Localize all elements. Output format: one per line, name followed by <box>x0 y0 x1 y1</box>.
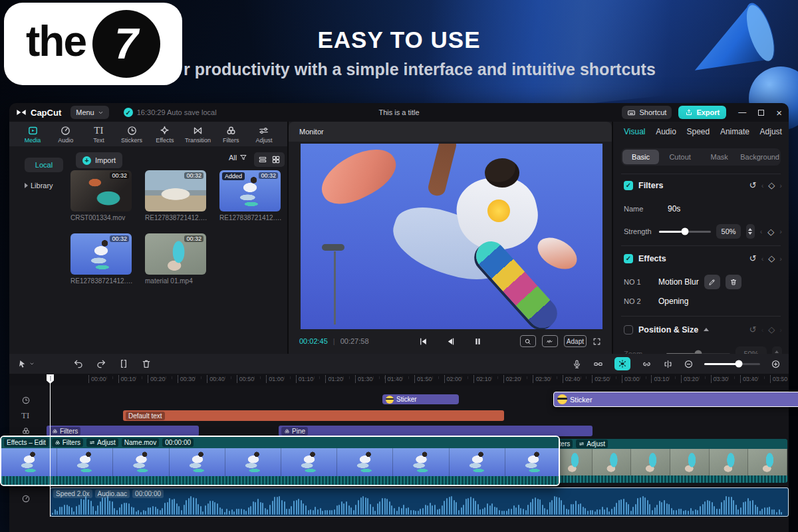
zoom-slider-knob[interactable] <box>735 360 743 368</box>
titlebar: This is a title CapCut Menu ✓ 16:30:29 A… <box>9 103 789 122</box>
linking-button[interactable] <box>641 359 652 369</box>
filters-checkbox[interactable]: ✓ <box>624 181 633 190</box>
keyframe-icon[interactable]: ◇ <box>768 325 775 334</box>
subtab-background[interactable]: Background <box>740 150 779 164</box>
position-size-checkbox[interactable] <box>624 325 633 334</box>
video-clip-2-frames <box>553 449 787 475</box>
redo-button[interactable] <box>96 358 106 369</box>
subtab-basic[interactable]: Basic <box>622 150 659 164</box>
video-clip-2-header: Filters Adjust <box>553 439 787 449</box>
sticker-clip-1[interactable]: Sticker <box>382 394 459 404</box>
tab-text[interactable]: TI Text <box>83 125 114 144</box>
zoom-stepper[interactable] <box>772 346 782 354</box>
import-button[interactable]: + Import <box>76 152 122 168</box>
filter-all-button[interactable]: All <box>229 154 247 162</box>
tab-stickers[interactable]: Stickers <box>116 125 147 144</box>
collapse-caret-icon[interactable] <box>704 328 709 331</box>
sticker-clip-2[interactable]: Sticker <box>553 392 798 407</box>
capcut-window: This is a title CapCut Menu ✓ 16:30:29 A… <box>9 103 789 532</box>
reset-icon[interactable]: ↺ <box>749 180 757 190</box>
strength-value[interactable]: 50% <box>716 224 741 239</box>
keyframe-icon[interactable]: ◇ <box>767 227 774 237</box>
tab-visual[interactable]: Visual <box>624 127 645 136</box>
media-item-thumbnail[interactable]: Added 00:32 <box>219 170 281 211</box>
tab-audio[interactable]: Audio <box>51 125 81 144</box>
timeline-zoom-out-button[interactable] <box>684 359 694 369</box>
delete-button[interactable] <box>141 358 152 369</box>
video-clip-2[interactable]: Filters Adjust <box>553 439 787 483</box>
skater-shirt-graphic <box>487 200 510 222</box>
timeline-zoom-slider[interactable] <box>704 363 760 365</box>
keyframe-next-icon[interactable]: › <box>779 255 782 263</box>
preview-zoom-button[interactable] <box>520 335 536 347</box>
main-area: Media Audio TI Text Stickers <box>9 122 789 354</box>
tab-media[interactable]: Media <box>17 125 48 144</box>
record-voiceover-button[interactable] <box>572 359 582 369</box>
media-item-thumbnail[interactable]: 00:32 <box>70 233 132 275</box>
preview-axis-button[interactable] <box>663 359 673 369</box>
tab-adjust[interactable]: Adjust <box>249 125 279 144</box>
keyframe-prev-icon[interactable]: ‹ <box>761 182 764 190</box>
filter-clip-1[interactable]: Filters <box>47 426 199 436</box>
filter-name-value[interactable]: 90s <box>668 204 680 213</box>
list-view-icon[interactable] <box>258 155 267 164</box>
minimize-button[interactable]: — <box>738 108 746 117</box>
timeline-zoom-in-button[interactable] <box>771 359 781 369</box>
strength-stepper[interactable] <box>746 224 754 239</box>
media-item-thumbnail[interactable]: 00:32 <box>145 170 206 211</box>
keyframe-prev-icon[interactable]: ‹ <box>761 255 764 263</box>
tab-speed[interactable]: Speed <box>687 127 710 136</box>
select-tool-button[interactable] <box>17 359 35 369</box>
maximize-button[interactable] <box>758 110 764 116</box>
media-item-thumbnail[interactable]: 00:32 <box>145 233 206 275</box>
menu-button[interactable]: Menu <box>70 106 109 119</box>
text-clip[interactable]: Default text <box>123 410 504 421</box>
slider-knob[interactable] <box>681 228 688 235</box>
undo-button[interactable] <box>73 358 84 369</box>
reset-icon[interactable]: ↺ <box>749 325 757 334</box>
ruler-tick: 03:40 <box>740 375 758 383</box>
tab-transition[interactable]: Transition <box>183 125 213 144</box>
strength-slider[interactable] <box>659 231 711 233</box>
video-clip-1[interactable]: Effects – Edit Filters Adjust Name.mov 0… <box>0 436 560 486</box>
tab-adjust-insp[interactable]: Adjust <box>760 127 782 136</box>
tab-effects[interactable]: Effects <box>150 125 180 144</box>
zoom-param-value[interactable]: 50% <box>735 346 766 354</box>
skip-to-start-button[interactable] <box>418 336 428 346</box>
audio-clip[interactable]: Speed 2.0x Audio.aac 00:00:00 <box>50 487 789 517</box>
tab-audio-insp[interactable]: Audio <box>656 127 676 136</box>
keyframe-prev-icon[interactable]: ‹ <box>760 227 763 235</box>
adapt-button[interactable]: Adapt <box>564 335 587 347</box>
keyframe-next-icon[interactable]: › <box>779 227 782 235</box>
keyframe-next-icon[interactable]: › <box>779 182 782 190</box>
sidebar-item-local[interactable]: Local <box>25 158 63 172</box>
video-preview[interactable] <box>301 144 602 329</box>
keyframe-icon[interactable]: ◇ <box>768 253 775 263</box>
timeline-ruler[interactable]: 00:0000:1000:2000:3000:4000:5001:0001:10… <box>9 374 789 386</box>
subtab-mask[interactable]: Mask <box>701 150 737 164</box>
media-item-thumbnail[interactable]: 00:32 <box>70 170 132 211</box>
edit-effect-button[interactable] <box>704 275 720 289</box>
ruler-tick: 00:50 <box>237 375 255 383</box>
filters-icon <box>284 428 290 434</box>
render-quality-button[interactable] <box>542 335 558 347</box>
sidebar-item-library[interactable]: Library <box>25 179 63 192</box>
filter-clip-2[interactable]: Pine <box>279 426 593 436</box>
delete-effect-button[interactable] <box>726 275 741 289</box>
keyframe-icon[interactable]: ◇ <box>768 180 775 190</box>
reset-icon[interactable]: ↺ <box>749 253 757 263</box>
split-button[interactable] <box>118 358 129 369</box>
export-button[interactable]: Export <box>678 106 726 119</box>
effects-checkbox[interactable]: ✓ <box>624 254 633 263</box>
tab-animate[interactable]: Animate <box>720 127 749 136</box>
tab-filters[interactable]: Filters <box>215 125 246 144</box>
fullscreen-icon[interactable] <box>593 337 601 346</box>
close-button[interactable]: × <box>776 107 782 118</box>
subtab-cutout[interactable]: Cutout <box>662 150 698 164</box>
previous-frame-button[interactable] <box>446 336 456 346</box>
magnetic-timeline-button[interactable] <box>593 359 604 369</box>
snapping-button[interactable] <box>614 357 630 370</box>
grid-view-icon[interactable] <box>271 155 281 164</box>
shortcut-button[interactable]: Shortcut <box>622 106 672 119</box>
pause-button[interactable] <box>473 336 483 346</box>
